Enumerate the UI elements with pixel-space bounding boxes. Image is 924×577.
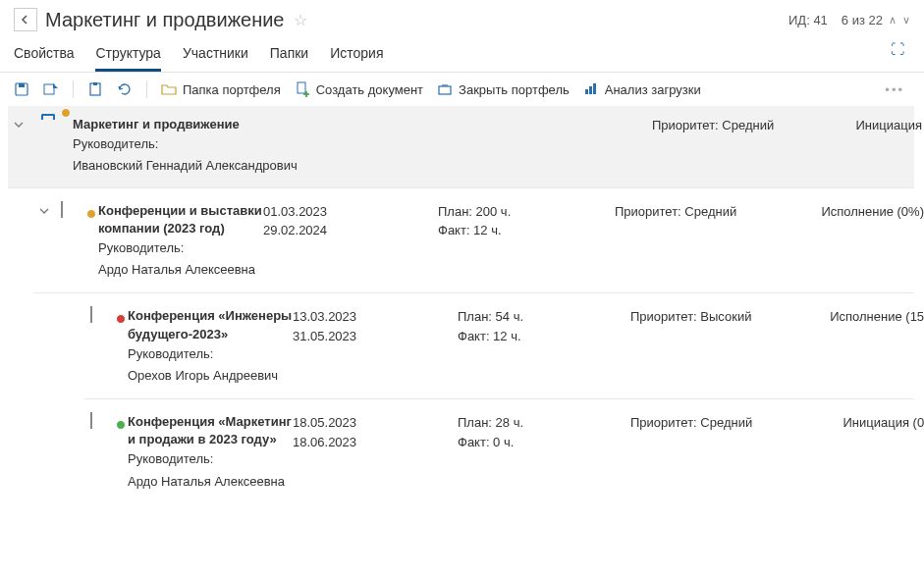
priority: Приоритет: Средний [630, 413, 802, 433]
fact-hours: Факт: 12 ч. [438, 221, 615, 240]
close-portfolio-button[interactable]: Закрыть портфель [437, 81, 570, 97]
item-icon-cell [90, 307, 128, 322]
dates: 13.03.2023 31.05.2023 [293, 307, 458, 345]
manager-name: Ардо Наталья Алексеевна [128, 473, 293, 493]
separator [146, 80, 147, 98]
back-button[interactable] [14, 8, 37, 31]
record-id: ИД: 41 [788, 13, 828, 27]
project-icon [90, 412, 92, 429]
chevron-down-icon [14, 120, 24, 130]
status: Инициация (0%) [802, 413, 924, 433]
date-start: 01.03.2023 [263, 202, 438, 222]
pager-prev-icon[interactable]: ∧ [889, 14, 897, 26]
refresh-icon[interactable] [117, 81, 133, 97]
chevron-down-icon [39, 206, 49, 216]
project-icon [90, 306, 92, 323]
status-dot-icon [61, 108, 71, 118]
priority: Приоритет: Средний [652, 116, 824, 135]
analyze-load-button[interactable]: Анализ загрузки [583, 81, 701, 97]
tab-folders[interactable]: Папки [270, 41, 308, 72]
dates: 01.03.2023 29.02.2024 [263, 202, 438, 240]
tree-root-row[interactable]: Маркетинг и продвижение Руководитель: Ив… [8, 106, 914, 188]
item-title: Конференции и выставки компании (2023 го… [98, 202, 263, 237]
svg-rect-6 [439, 86, 451, 94]
svg-rect-4 [93, 82, 97, 85]
svg-rect-1 [19, 83, 25, 87]
expand-window-icon[interactable]: ⛶ [891, 41, 904, 57]
plan-hours: План: 200 ч. [438, 202, 615, 222]
plan-fact: План: 200 ч. Факт: 12 ч. [438, 202, 615, 240]
page-header: Маркетинг и продвижение ☆ ИД: 41 6 из 22… [0, 0, 924, 35]
toolbar-label: Анализ загрузки [605, 82, 701, 97]
date-start: 18.05.2023 [293, 413, 458, 433]
tab-properties[interactable]: Свойства [14, 41, 74, 72]
toolbar-label: Папка портфеля [183, 82, 281, 97]
manager-label: Руководитель: [128, 345, 293, 365]
item-name: Конференция «Инженеры будущего-2023» Рук… [128, 307, 293, 387]
more-actions-icon[interactable]: ••• [885, 82, 910, 97]
manager-name: Орехов Игорь Андреевич [128, 367, 293, 387]
date-end: 31.05.2023 [293, 327, 458, 346]
item-name: Маркетинг и продвижение Руководитель: Ив… [73, 116, 652, 178]
manager-name: Ардо Наталья Алексеевна [98, 261, 263, 281]
dates: 18.05.2023 18.06.2023 [293, 413, 458, 451]
collapse-toggle[interactable] [14, 116, 35, 130]
project-icon [61, 201, 63, 218]
save-as-icon[interactable] [43, 81, 59, 97]
fact-hours: Факт: 0 ч. [458, 433, 630, 452]
date-start: 13.03.2023 [293, 307, 458, 327]
favorite-star-icon[interactable]: ☆ [294, 11, 307, 29]
item-icon-cell [61, 202, 98, 217]
toolbar: Папка портфеля Создать документ Закрыть … [0, 73, 924, 106]
item-name: Конференция «Маркетинг и продажи в 2023 … [128, 413, 293, 493]
date-end: 29.02.2024 [263, 221, 438, 240]
create-document-button[interactable]: Создать документ [295, 81, 423, 97]
new-doc-icon [295, 81, 310, 97]
plan-hours: План: 54 ч. [458, 307, 630, 327]
manager-label: Руководитель: [98, 239, 263, 259]
tab-structure[interactable]: Структура [95, 41, 160, 72]
item-title: Маркетинг и продвижение [73, 116, 652, 133]
tab-history[interactable]: История [330, 41, 383, 72]
item-title: Конференция «Инженеры будущего-2023» [128, 307, 293, 342]
pager-next-icon[interactable]: ∨ [902, 14, 910, 26]
priority: Приоритет: Высокий [630, 307, 802, 327]
svg-rect-8 [589, 86, 592, 94]
close-portfolio-icon [437, 81, 453, 97]
tree-content: Маркетинг и продвижение Руководитель: Ив… [0, 106, 924, 504]
pager: 6 из 22 ∧ ∨ [842, 13, 910, 27]
svg-rect-5 [298, 82, 305, 93]
item-title: Конференция «Маркетинг и продажи в 2023 … [128, 413, 293, 448]
tab-participants[interactable]: Участники [183, 41, 248, 72]
toolbar-label: Закрыть портфель [459, 82, 570, 97]
svg-rect-2 [44, 84, 54, 94]
folder-icon [161, 81, 177, 97]
plan-hours: План: 28 ч. [458, 413, 630, 433]
collapse-toggle[interactable] [39, 202, 61, 216]
plan-fact: План: 54 ч. Факт: 12 ч. [458, 307, 630, 345]
status-dot-icon [116, 314, 126, 324]
separator [73, 80, 74, 98]
manager-name: Ивановский Геннадий Александрович [73, 157, 652, 177]
tree-row[interactable]: Конференция «Инженеры будущего-2023» Рук… [84, 293, 914, 399]
save-icon[interactable] [14, 81, 29, 97]
tree-row[interactable]: Конференции и выставки компании (2023 го… [33, 188, 914, 294]
item-name: Конференции и выставки компании (2023 го… [98, 202, 263, 282]
arrow-left-icon [20, 14, 31, 26]
status-dot-icon [86, 209, 96, 219]
svg-rect-7 [585, 89, 588, 94]
chart-icon [583, 81, 599, 97]
date-end: 18.06.2023 [293, 433, 458, 452]
portfolio-folder-button[interactable]: Папка портфеля [161, 81, 281, 97]
clipboard-icon[interactable] [87, 81, 103, 97]
svg-rect-9 [593, 83, 596, 94]
status: Исполнение (15%) [802, 307, 924, 327]
item-icon-cell [90, 413, 128, 428]
status-dot-icon [116, 420, 126, 430]
priority: Приоритет: Средний [615, 202, 787, 222]
manager-label: Руководитель: [128, 450, 293, 470]
status: Исполнение (0%) [787, 202, 924, 222]
status: Инициация [824, 116, 922, 135]
tree-row[interactable]: Конференция «Маркетинг и продажи в 2023 … [84, 399, 914, 504]
toolbar-label: Создать документ [316, 82, 423, 97]
